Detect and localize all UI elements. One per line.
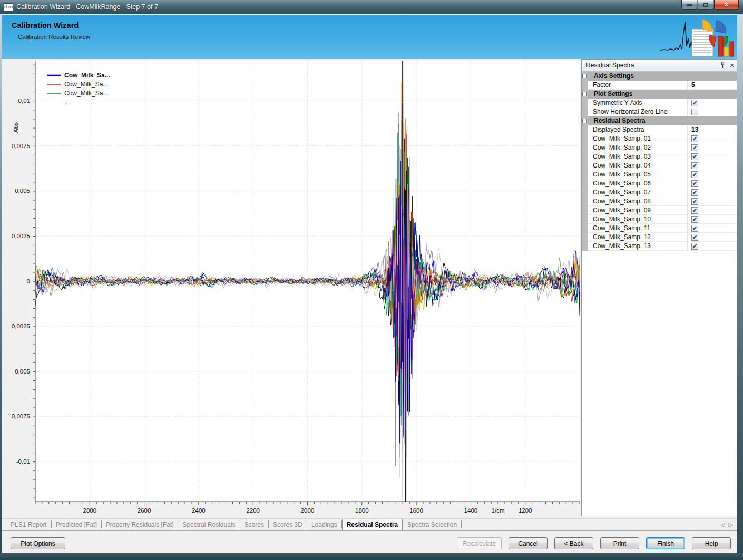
recalculate-button[interactable]: Recalculate — [457, 537, 502, 549]
svg-text:Abs: Abs — [13, 122, 19, 133]
checkbox-cow-milk-samp-12[interactable] — [691, 234, 698, 241]
checkbox-cow-milk-samp-07[interactable] — [691, 189, 698, 196]
property-row-symmetric-y-axis: Symmetric Y-Axis — [582, 99, 737, 107]
button-bar: Plot Options RecalculateCancel< BackPrin… — [2, 532, 737, 553]
checkbox-cow-milk-samp-10[interactable] — [691, 216, 698, 223]
tab-loadings[interactable]: Loadings — [307, 519, 341, 530]
property-label: Cow_Milk_Samp. 09 — [588, 206, 687, 215]
tab-property-residuals-fat[interactable]: Property Residuals [Fat] — [102, 519, 178, 530]
property-checkbox-cell[interactable] — [687, 242, 737, 251]
maximize-icon — [703, 3, 708, 7]
property-row-cow-milk-samp-05: Cow_Milk_Samp. 05 — [582, 170, 737, 179]
property-checkbox-cell[interactable] — [687, 152, 737, 161]
property-checkbox-cell[interactable] — [687, 197, 737, 206]
property-checkbox-cell[interactable] — [687, 107, 737, 116]
property-checkbox-cell[interactable] — [687, 215, 737, 224]
row-gutter — [582, 242, 588, 251]
checkbox-cow-milk-samp-08[interactable] — [691, 198, 698, 205]
back-button[interactable]: < Back — [554, 537, 593, 549]
row-gutter — [582, 224, 588, 233]
property-label: Cow_Milk_Samp. 05 — [588, 170, 687, 179]
checkbox-cow-milk-samp-06[interactable] — [691, 180, 698, 187]
row-gutter — [582, 143, 588, 152]
group-label: Plot Settings — [588, 90, 632, 99]
banner-subtitle: Calibration Results Review — [18, 34, 90, 40]
collapse-toggle[interactable]: – — [582, 119, 587, 123]
panel-title: Residual Spectra — [582, 62, 718, 69]
property-row-cow-milk-samp-04: Cow_Milk_Samp. 04 — [582, 161, 737, 170]
property-row-show-horizontal-zero-line: Show Horizontal Zero Line — [582, 107, 737, 116]
maximize-button[interactable] — [698, 0, 713, 10]
window-border-bottom — [0, 553, 743, 560]
print-button[interactable]: Print — [600, 537, 639, 549]
property-checkbox-cell[interactable] — [687, 179, 737, 188]
checkbox-show-horizontal-zero-line[interactable] — [691, 109, 698, 115]
property-checkbox-cell[interactable] — [687, 188, 737, 197]
row-gutter — [582, 125, 588, 134]
row-gutter — [582, 107, 588, 116]
checkbox-cow-milk-samp-05[interactable] — [691, 171, 698, 178]
property-checkbox-cell[interactable] — [687, 143, 737, 152]
group-row-residual-spectra: –Residual Spectra — [582, 116, 737, 125]
svg-text:-0,0075: -0,0075 — [9, 413, 30, 419]
finish-button[interactable]: Finish — [646, 537, 685, 549]
collapse-toggle[interactable]: – — [582, 74, 587, 78]
property-row-cow-milk-samp-01: Cow_Milk_Samp. 01 — [582, 134, 737, 143]
window-border-left — [0, 14, 2, 553]
row-gutter — [582, 233, 588, 242]
svg-text:1/cm: 1/cm — [492, 507, 505, 514]
row-gutter — [582, 81, 588, 90]
svg-text:0,0075: 0,0075 — [12, 143, 30, 149]
checkbox-cow-milk-samp-03[interactable] — [691, 153, 698, 160]
checkbox-cow-milk-samp-13[interactable] — [691, 243, 698, 250]
checkbox-cow-milk-samp-11[interactable] — [691, 225, 698, 232]
property-checkbox-cell[interactable] — [687, 206, 737, 215]
close-button[interactable]: ✕ — [714, 0, 739, 10]
property-row-cow-milk-samp-09: Cow_Milk_Samp. 09 — [582, 206, 737, 215]
checkbox-cow-milk-samp-04[interactable] — [691, 162, 698, 169]
property-label: Cow_Milk_Samp. 10 — [588, 215, 687, 224]
minimize-button[interactable] — [681, 0, 697, 10]
panel-close-icon: ✕ — [729, 62, 734, 69]
plot-options-button[interactable]: Plot Options — [11, 537, 65, 549]
property-label: Cow_Milk_Samp. 03 — [588, 152, 687, 161]
cancel-button[interactable]: Cancel — [509, 537, 548, 549]
pin-button[interactable] — [718, 61, 727, 70]
tab-spectral-residuals[interactable]: Spectral Residuals — [178, 519, 239, 530]
tab-spectra-selection[interactable]: Spectra Selection — [403, 519, 461, 530]
tab-predicted-fat[interactable]: Predicted [Fat] — [52, 519, 101, 530]
property-checkbox-cell[interactable] — [687, 134, 737, 143]
tab-strip: PLS1 ReportPredicted [Fat]Property Resid… — [2, 518, 737, 531]
property-label: Factor — [588, 81, 687, 90]
property-label: Cow_Milk_Samp. 06 — [588, 179, 687, 188]
tab-pls1-report[interactable]: PLS1 Report — [6, 519, 51, 530]
tab-scroll-arrows[interactable]: ◁ ▷ — [720, 522, 737, 528]
property-label: Cow_Milk_Samp. 08 — [588, 197, 687, 206]
checkbox-cow-milk-samp-09[interactable] — [691, 207, 698, 214]
property-checkbox-cell[interactable] — [687, 224, 737, 233]
collapse-toggle[interactable]: – — [582, 92, 587, 96]
property-label: Symmetric Y-Axis — [588, 99, 687, 107]
svg-text:-0,01: -0,01 — [16, 458, 30, 465]
tab-scores[interactable]: Scores — [240, 519, 268, 530]
checkbox-cow-milk-samp-01[interactable] — [691, 135, 698, 142]
svg-text:-0,0025: -0,0025 — [9, 323, 30, 329]
checkbox-symmetric-y-axis[interactable] — [691, 100, 698, 106]
property-checkbox-cell[interactable] — [687, 99, 737, 107]
tab-scores-3d[interactable]: Scores 3D — [269, 519, 307, 530]
svg-text:1800: 1800 — [355, 507, 369, 514]
property-value-cell[interactable]: 13 — [687, 125, 737, 134]
tab-residual-spectra[interactable]: Residual Spectra — [342, 519, 403, 530]
group-row-axis-settings: –Axis Settings — [582, 72, 737, 81]
property-checkbox-cell[interactable] — [687, 170, 737, 179]
checkbox-cow-milk-samp-02[interactable] — [691, 144, 698, 151]
help-button[interactable]: Help — [692, 537, 731, 549]
window-title: Calibration Wizard - CowMilkRange - Step… — [16, 3, 158, 11]
panel-close-button[interactable]: ✕ — [727, 61, 737, 70]
svg-text:1200: 1200 — [519, 507, 532, 514]
property-checkbox-cell[interactable] — [687, 161, 737, 170]
property-checkbox-cell[interactable] — [687, 233, 737, 242]
row-gutter — [582, 215, 588, 224]
property-value-cell[interactable]: 5 — [687, 81, 737, 90]
group-row-plot-settings: –Plot Settings — [582, 90, 737, 99]
